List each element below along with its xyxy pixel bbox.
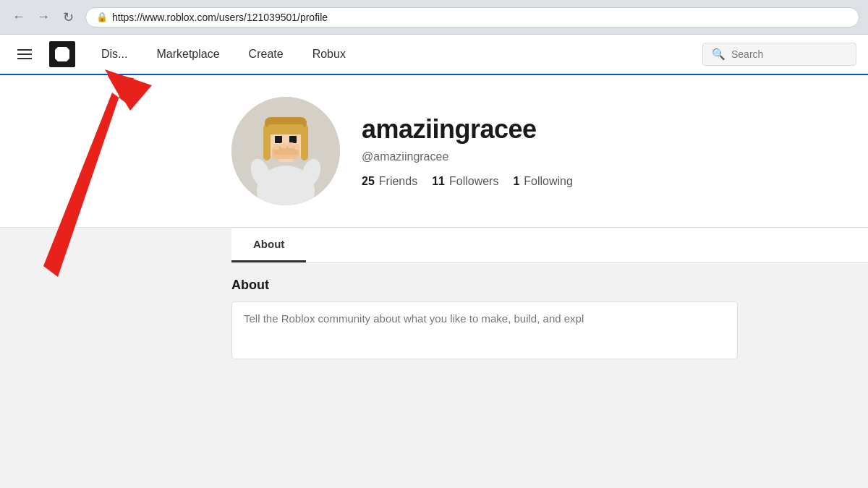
about-title: About [231, 278, 854, 293]
browser-nav-buttons: ← → ↻ [9, 7, 78, 27]
forward-button[interactable]: → [33, 7, 54, 27]
svg-rect-15 [273, 144, 279, 150]
page-wrapper: ← → ↻ 🔒 https://www.roblox.com/users/121… [0, 0, 868, 488]
profile-stats: 25 Friends 11 Followers 1 Following [362, 175, 573, 188]
main-content: amaziingracee @amaziingracee 25 Friends … [0, 75, 868, 377]
svg-rect-10 [268, 124, 304, 134]
search-input[interactable] [731, 48, 847, 60]
profile-handle: @amaziingracee [362, 150, 573, 163]
nav-links: Dis... Marketplace Create Robux [87, 34, 702, 74]
followers-stat: 11 Followers [432, 175, 498, 188]
svg-rect-17 [288, 142, 294, 148]
roblox-logo-icon [55, 47, 69, 61]
svg-rect-18 [294, 144, 299, 150]
nav-search[interactable]: 🔍 [702, 43, 856, 66]
address-bar[interactable]: 🔒 https://www.roblox.com/users/121039501… [85, 7, 859, 27]
hamburger-line-2 [17, 53, 32, 55]
svg-rect-11 [275, 136, 282, 143]
search-icon: 🔍 [712, 48, 726, 61]
forward-icon: → [37, 9, 50, 25]
profile-info: amaziingracee @amaziingracee 25 Friends … [362, 114, 573, 188]
back-icon: ← [12, 9, 25, 25]
nav-item-discover[interactable]: Dis... [87, 34, 142, 74]
hamburger-line-3 [17, 58, 32, 59]
avatar-image [231, 97, 340, 205]
followers-label: Followers [449, 175, 498, 188]
tab-about[interactable]: About [231, 228, 306, 262]
refresh-icon: ↻ [63, 9, 74, 25]
lock-icon: 🔒 [96, 12, 108, 22]
roblox-navbar: Dis... Marketplace Create Robux 🔍 [0, 35, 868, 75]
profile-section: amaziingracee @amaziingracee 25 Friends … [0, 75, 868, 228]
following-label: Following [524, 175, 573, 188]
following-stat: 1 Following [513, 175, 573, 188]
avatar [231, 97, 340, 205]
hamburger-line-1 [17, 49, 32, 51]
about-textarea[interactable] [231, 301, 738, 359]
nav-item-marketplace[interactable]: Marketplace [142, 34, 234, 74]
url-text: https://www.roblox.com/users/121039501/p… [112, 12, 328, 23]
about-section: About About [0, 228, 868, 377]
friends-stat: 25 Friends [362, 175, 417, 188]
about-content: About [231, 263, 868, 377]
refresh-button[interactable]: ↻ [58, 7, 78, 27]
nav-item-robux[interactable]: Robux [298, 34, 360, 74]
about-tabs: About [231, 228, 868, 263]
following-count: 1 [513, 175, 519, 188]
hamburger-button[interactable] [12, 41, 38, 67]
nav-item-create[interactable]: Create [234, 34, 298, 74]
back-button[interactable]: ← [9, 7, 29, 27]
friends-label: Friends [379, 175, 417, 188]
friends-count: 25 [362, 175, 375, 188]
roblox-logo[interactable] [49, 41, 75, 67]
svg-rect-12 [289, 136, 297, 143]
svg-rect-16 [281, 142, 286, 148]
browser-chrome: ← → ↻ 🔒 https://www.roblox.com/users/121… [0, 0, 868, 35]
followers-count: 11 [432, 175, 445, 188]
profile-username: amaziingracee [362, 114, 573, 145]
